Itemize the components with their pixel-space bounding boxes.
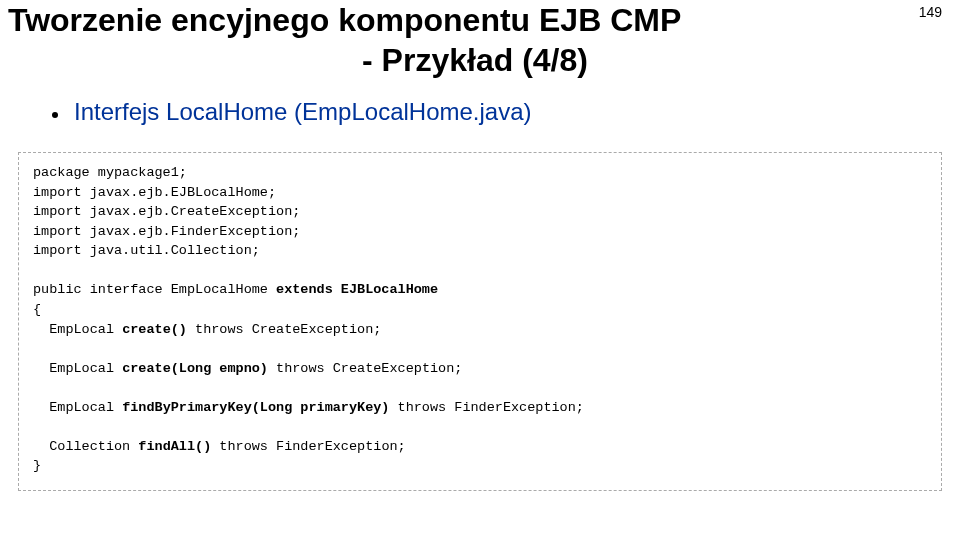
code-line: throws FinderException; — [211, 439, 405, 454]
code-line: EmpLocal — [33, 361, 122, 376]
code-line: import javax.ejb.FinderException; — [33, 224, 300, 239]
code-line: throws CreateException; — [268, 361, 462, 376]
page-number: 149 — [919, 4, 942, 20]
code-line: public interface EmpLocalHome — [33, 282, 276, 297]
code-line: import javax.ejb.EJBLocalHome; — [33, 185, 276, 200]
bullet-item: Interfejs LocalHome (EmpLocalHome.java) — [52, 98, 960, 126]
bullet-text: Interfejs LocalHome (EmpLocalHome.java) — [74, 98, 532, 126]
code-line: } — [33, 458, 41, 473]
code-line: EmpLocal — [33, 322, 122, 337]
code-keyword: extends EJBLocalHome — [276, 282, 438, 297]
code-method: create(Long empno) — [122, 361, 268, 376]
code-line: import java.util.Collection; — [33, 243, 260, 258]
code-line: Collection — [33, 439, 138, 454]
slide-title: Tworzenie encyjnego komponentu EJB CMP -… — [0, 0, 960, 80]
title-line-2: - Przykład (4/8) — [8, 40, 942, 80]
code-method: findAll() — [138, 439, 211, 454]
code-method: findByPrimaryKey(Long primaryKey) — [122, 400, 389, 415]
code-line: package mypackage1; — [33, 165, 187, 180]
bullet-icon — [52, 112, 58, 118]
code-line: throws CreateException; — [187, 322, 381, 337]
code-method: create() — [122, 322, 187, 337]
code-block: package mypackage1; import javax.ejb.EJB… — [18, 152, 942, 491]
code-line: throws FinderException; — [389, 400, 583, 415]
title-line-1: Tworzenie encyjnego komponentu EJB CMP — [8, 0, 942, 40]
code-line: import javax.ejb.CreateException; — [33, 204, 300, 219]
code-line: { — [33, 302, 41, 317]
code-line: EmpLocal — [33, 400, 122, 415]
